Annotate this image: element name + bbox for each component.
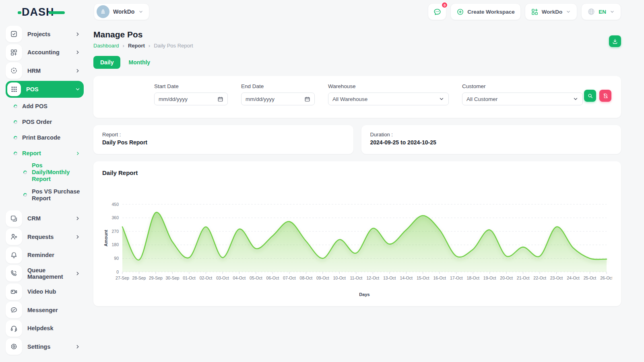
sidebar-item-add-pos[interactable]: Add POS [14,99,84,114]
bell-icon [6,247,22,263]
tab-monthly[interactable]: Monthly [128,59,150,66]
sidebar-item-crm[interactable]: CRM [6,210,84,228]
y-tick-label: 0 [116,269,119,274]
page-title: Manage Pos [93,30,621,39]
building-icon [99,8,107,15]
search-button[interactable] [584,90,596,102]
breadcrumb: Dashboard Report Daily Pos Report [93,43,621,49]
gear-icon [6,338,22,355]
sidebar-item-print-barcode[interactable]: Print Barcode [14,130,84,146]
sidebar-item-accounting[interactable]: Accounting [6,43,84,62]
checkbox-icon [6,26,22,42]
globe-icon [587,8,595,16]
x-tick-label: 09-Oct [316,276,329,280]
x-tick-label: 05-Oct [250,276,262,280]
x-tick-label: 12-Oct [366,276,379,280]
sidebar-item-video-hub[interactable]: Video Hub [6,283,84,301]
x-tick-label: 17-Oct [450,276,463,280]
duration-label: Duration : [370,132,613,138]
reset-filter-button[interactable] [599,90,611,102]
workspace-switcher[interactable]: WorkDo [94,3,149,20]
x-tick-label: 08-Oct [300,276,313,280]
plus-circle-icon [456,8,464,16]
customer-field: Customer All Customer [462,83,583,118]
bullet-icon [13,104,18,109]
main-content: Manage Pos Dashboard Report Daily Pos Re… [93,23,621,306]
filter-fields: Start Date mm/dd/yyyy End Date mm/dd/yyy… [154,83,583,118]
sidebar-item-report[interactable]: Report [14,146,84,161]
chevron-down-icon [75,86,80,92]
x-tick-label: 11-Oct [350,276,362,280]
sidebar-item-pos-vs-purchase-report[interactable]: Pos VS Purchase Report [23,184,84,206]
x-tick-label: 27-Sep [116,276,129,280]
workspace-avatar [97,5,109,18]
x-tick-label: 14-Oct [400,276,413,280]
sidebar-item-requests[interactable]: Requests [6,228,84,246]
sidebar-item-projects[interactable]: Projects [6,25,84,43]
sidebar-item-pos[interactable]: POS [6,81,84,98]
warehouse-select[interactable]: All Warehouse [328,93,449,105]
app-logo[interactable]: DASH [22,6,54,18]
sidebar: Projects Accounting HRM POS Add POS POS … [0,23,88,356]
create-workspace-button[interactable]: Create Workspace [450,3,521,20]
sidebar-item-hrm[interactable]: HRM [6,62,84,80]
start-date-input[interactable]: mm/dd/yyyy [154,93,228,105]
messages-button[interactable]: 0 [428,3,446,20]
end-date-input[interactable]: mm/dd/yyyy [241,93,315,105]
logo-accent-dot [18,11,21,14]
chevron-right-icon [75,49,80,55]
sidebar-item-pos-daily-monthly-report[interactable]: Pos Daily/Monthly Report [23,161,84,184]
search-icon [587,93,593,99]
breadcrumb-separator [149,43,150,49]
dots-grid-icon [7,82,21,96]
topbar-actions: 0 Create Workspace WorkDo [428,3,621,20]
x-tick-label: 25-Oct [584,276,597,280]
sidebar-item-messenger[interactable]: Messenger [6,301,84,319]
chevron-down-icon [439,96,444,102]
bullet-icon [13,151,18,156]
report-tabs: Daily Monthly [93,56,621,69]
report-label: Report : [102,132,345,138]
pos-report-page: { "brand": { "logo_text": "DASH" }, "top… [0,0,644,362]
sidebar-item-helpdesk[interactable]: Helpdesk [6,319,84,338]
logo-accent-dash [49,11,65,14]
overlapping-squares-icon [6,210,22,227]
workdo-menu-label: WorkDo [542,9,563,15]
chart-title: Daily Report [102,169,612,176]
customer-select[interactable]: All Customer [462,93,583,105]
bullet-icon [13,119,18,124]
end-date-label: End Date [241,83,315,89]
chevron-right-icon [75,271,80,276]
chevron-right-icon [75,344,80,350]
daily-report-card: Daily Report 09018027036045027-Sep28-Sep… [93,161,621,306]
breadcrumb-dashboard[interactable]: Dashboard [93,43,119,49]
bullet-icon [23,170,28,175]
x-tick-label: 22-Oct [533,276,546,280]
chevron-right-icon [75,151,80,156]
grid-plus-icon [531,8,539,16]
summary-row: Report : Daily Pos Report Duration : 202… [93,125,621,154]
x-tick-label: 29-Sep [149,276,163,280]
x-tick-label: 24-Oct [567,276,580,280]
breadcrumb-current: Daily Pos Report [154,43,193,49]
breadcrumb-report[interactable]: Report [128,43,145,49]
dashed-circle-icon [6,62,22,79]
x-tick-label: 07-Oct [283,276,296,280]
y-axis-title: Amount [103,230,108,247]
sidebar-item-reminder[interactable]: Reminder [6,246,84,265]
sidebar-item-queue-management[interactable]: Queue Management [6,264,84,283]
speech-bubble-icon [6,302,22,318]
sidebar-item-pos-order[interactable]: POS Order [14,114,84,130]
daily-report-area-chart: 09018027036045027-Sep28-Sep29-Sep30-Sep0… [102,185,612,298]
workdo-menu[interactable]: WorkDo [525,3,578,20]
chevron-right-icon [75,31,80,37]
download-button[interactable] [609,35,621,47]
start-date-label: Start Date [154,83,228,89]
filter-actions [584,83,611,118]
language-selector[interactable]: EN [581,3,621,20]
x-tick-label: 26-Oct [600,276,612,280]
x-axis-title: Days [359,292,369,297]
tab-daily[interactable]: Daily [93,56,120,69]
sidebar-item-settings[interactable]: Settings [6,337,84,356]
y-tick-label: 180 [111,242,119,247]
